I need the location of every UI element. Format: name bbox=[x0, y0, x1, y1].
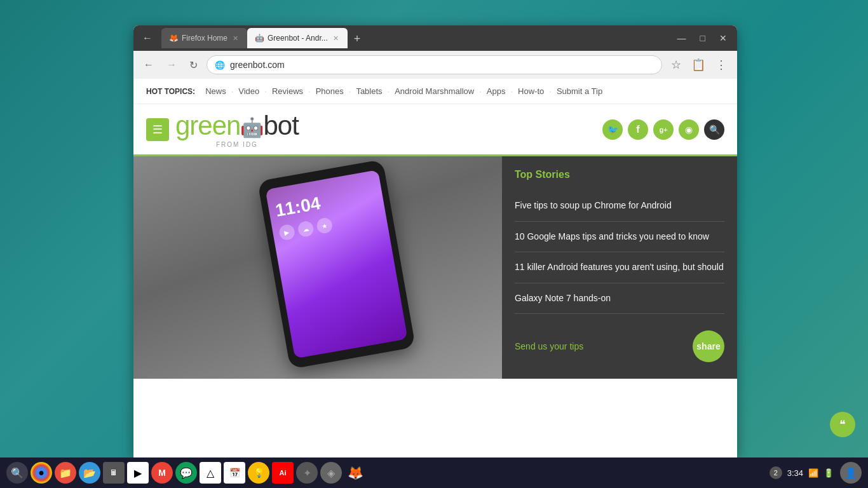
story-link-3: 11 killer Android features you aren't us… bbox=[515, 262, 724, 272]
taskbar-time: 3:34 bbox=[787, 468, 803, 478]
sep2: · bbox=[264, 86, 267, 96]
url-field[interactable]: 🌐 greenbot.com bbox=[207, 55, 662, 74]
share-button[interactable]: share bbox=[693, 330, 724, 362]
taskbar-app2-icon[interactable]: ◈ bbox=[320, 462, 342, 484]
firefox-favicon: 🦊 bbox=[169, 34, 178, 43]
story-item-2[interactable]: 10 Google Maps tips and tricks you need … bbox=[515, 222, 724, 253]
minimize-button[interactable]: — bbox=[672, 30, 691, 46]
nav-howto[interactable]: How-to bbox=[514, 84, 548, 98]
social-icons: 🐦 f g+ ◉ 🔍 bbox=[602, 119, 724, 140]
back-nav-button[interactable]: ← bbox=[140, 57, 158, 73]
taskbar-gmail-icon[interactable]: M bbox=[151, 462, 173, 484]
nav-reviews[interactable]: Reviews bbox=[268, 84, 307, 98]
logo-text: green🤖bot bbox=[175, 111, 299, 141]
taskbar-battery-icon: 🔋 bbox=[824, 468, 834, 478]
googleplus-icon[interactable]: g+ bbox=[653, 119, 674, 140]
browser-window: ← 🦊 Firefox Home ✕ 🤖 Greenbot - Andr... … bbox=[133, 25, 737, 458]
phone-screen: 11:04 ▶ ☁ ★ bbox=[265, 170, 407, 358]
taskbar-hangouts-icon[interactable]: 💬 bbox=[175, 462, 197, 484]
taskbar-calendar-icon[interactable]: 📅 bbox=[224, 462, 245, 484]
phone-icon-2: ☁ bbox=[297, 220, 315, 238]
tab-greenbot-label: Greenbot - Andr... bbox=[268, 34, 328, 43]
sep6: · bbox=[479, 86, 482, 96]
send-tips-text[interactable]: Send us your tips bbox=[515, 341, 583, 351]
story-link-4: Galaxy Note 7 hands-on bbox=[515, 293, 611, 303]
taskbar: 🔍 ● 📁 📂 🖩 ▶ M 💬 △ 📅 💡 Ai ✦ ◈ 🦊 2 3:34 📶 … bbox=[0, 458, 868, 488]
reading-mode-button[interactable]: 📋 bbox=[688, 55, 709, 74]
tab-firefox-label: Firefox Home bbox=[182, 34, 227, 43]
bookmark-button[interactable]: ☆ bbox=[667, 55, 685, 74]
forward-nav-button[interactable]: → bbox=[163, 57, 180, 73]
back-button[interactable]: ← bbox=[139, 30, 156, 46]
taskbar-wifi-icon: 📶 bbox=[808, 468, 818, 478]
greenbot-favicon: 🤖 bbox=[255, 34, 264, 43]
site-header: ☰ green🤖bot FROM IDG 🐦 f g+ ◉ 🔍 bbox=[133, 104, 737, 156]
logo-green: green bbox=[175, 111, 240, 140]
window-controls: — □ ✕ bbox=[672, 30, 732, 46]
nav-video[interactable]: Video bbox=[234, 84, 263, 98]
hot-topics-label: HOT TOPICS: bbox=[146, 87, 195, 96]
tab-greenbot[interactable]: 🤖 Greenbot - Andr... ✕ bbox=[247, 28, 348, 48]
rss-icon[interactable]: ◉ bbox=[679, 119, 699, 140]
taskbar-folder-icon[interactable]: 📂 bbox=[79, 462, 100, 484]
top-stories-title: Top Stories bbox=[515, 169, 724, 180]
taskbar-files-icon[interactable]: 📁 bbox=[55, 462, 76, 484]
facebook-icon[interactable]: f bbox=[628, 119, 648, 140]
taskbar-adobe-icon[interactable]: Ai bbox=[272, 462, 294, 484]
taskbar-firefox-icon[interactable]: 🦊 bbox=[344, 462, 366, 484]
top-stories-sidebar: Top Stories Five tips to soup up Chrome … bbox=[502, 156, 737, 379]
new-tab-button[interactable]: + bbox=[351, 30, 363, 48]
main-content: 11:04 ▶ ☁ ★ Top Stories Five tips to bbox=[133, 156, 737, 379]
security-icon: 🌐 bbox=[215, 60, 225, 70]
taskbar-search-button[interactable]: 🔍 bbox=[6, 462, 28, 484]
nav-phones[interactable]: Phones bbox=[312, 84, 348, 98]
logo[interactable]: green🤖bot FROM IDG bbox=[175, 111, 299, 148]
tabs-container: 🦊 Firefox Home ✕ 🤖 Greenbot - Andr... ✕ … bbox=[161, 28, 672, 48]
taskbar-drive-icon[interactable]: △ bbox=[200, 462, 221, 484]
sep3: · bbox=[308, 86, 311, 96]
search-icon[interactable]: 🔍 bbox=[704, 119, 724, 140]
sep7: · bbox=[510, 86, 513, 96]
site-nav: HOT TOPICS: News · Video · Reviews · Pho… bbox=[133, 79, 737, 104]
taskbar-keep-icon[interactable]: 💡 bbox=[248, 462, 269, 484]
reload-button[interactable]: ↻ bbox=[186, 57, 201, 74]
phone-icon-3: ★ bbox=[316, 217, 334, 234]
hamburger-menu[interactable]: ☰ bbox=[146, 118, 169, 141]
sep4: · bbox=[349, 86, 351, 96]
logo-from-idg: FROM IDG bbox=[175, 141, 299, 148]
tab-greenbot-close[interactable]: ✕ bbox=[332, 33, 340, 44]
nav-android-marshmallow[interactable]: Android Marshmallow bbox=[391, 84, 478, 98]
taskbar-playstore-icon[interactable]: ▶ bbox=[127, 462, 149, 484]
story-item-1[interactable]: Five tips to soup up Chrome for Android bbox=[515, 191, 724, 222]
story-link-1: Five tips to soup up Chrome for Android bbox=[515, 200, 672, 210]
taskbar-avatar[interactable]: 👤 bbox=[840, 462, 862, 484]
more-options-button[interactable]: ⋮ bbox=[712, 55, 731, 74]
phone-icon-1: ▶ bbox=[278, 224, 296, 241]
taskbar-badge: 2 bbox=[770, 466, 782, 479]
tab-firefox-home[interactable]: 🦊 Firefox Home ✕ bbox=[161, 28, 247, 48]
taskbar-chrome-icon[interactable]: ● bbox=[31, 462, 52, 484]
nav-tablets[interactable]: Tablets bbox=[352, 84, 386, 98]
notification-bubble[interactable]: ❝ bbox=[830, 412, 855, 437]
desktop: ← 🦊 Firefox Home ✕ 🤖 Greenbot - Andr... … bbox=[0, 0, 868, 488]
twitter-icon[interactable]: 🐦 bbox=[602, 119, 623, 140]
taskbar-app1-icon[interactable]: ✦ bbox=[296, 462, 318, 484]
nav-apps[interactable]: Apps bbox=[483, 84, 510, 98]
sep1: · bbox=[231, 86, 234, 96]
sep5: · bbox=[388, 86, 390, 96]
hero-image: 11:04 ▶ ☁ ★ bbox=[133, 156, 502, 379]
close-button[interactable]: ✕ bbox=[714, 30, 732, 46]
maximize-button[interactable]: □ bbox=[695, 30, 710, 46]
url-text: greenbot.com bbox=[230, 60, 285, 70]
logo-dark: bot bbox=[263, 111, 298, 140]
tab-firefox-close[interactable]: ✕ bbox=[231, 33, 240, 44]
title-bar: ← 🦊 Firefox Home ✕ 🤖 Greenbot - Andr... … bbox=[133, 25, 737, 51]
address-bar-actions: ☆ 📋 ⋮ bbox=[667, 55, 731, 74]
tips-footer: Send us your tips share bbox=[515, 324, 724, 362]
taskbar-calculator-icon[interactable]: 🖩 bbox=[103, 462, 125, 484]
nav-news[interactable]: News bbox=[201, 84, 230, 98]
nav-submit-tip[interactable]: Submit a Tip bbox=[553, 84, 606, 98]
story-item-3[interactable]: 11 killer Android features you aren't us… bbox=[515, 252, 724, 283]
site-content: HOT TOPICS: News · Video · Reviews · Pho… bbox=[133, 79, 737, 458]
story-item-4[interactable]: Galaxy Note 7 hands-on bbox=[515, 283, 724, 315]
